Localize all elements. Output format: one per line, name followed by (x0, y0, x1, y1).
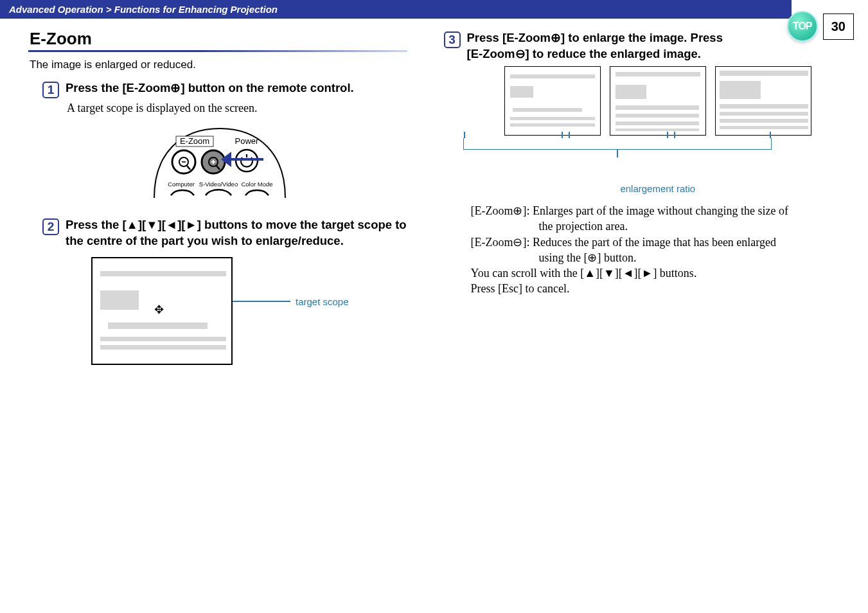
ezoom-label: E-Zoom (180, 136, 209, 146)
section-title: E-Zoom (30, 29, 425, 49)
top-button[interactable]: TOP (787, 11, 818, 42)
step-number-3: 3 (444, 31, 461, 48)
computer-label: Computer (168, 181, 195, 188)
remote-illustration: E-Zoom Power (15, 122, 425, 206)
callout-enlargement-ratio: enlargement ratio (463, 183, 853, 194)
colormode-label: Color Mode (242, 181, 273, 188)
step-number-2: 2 (42, 218, 59, 235)
bracket (463, 138, 853, 161)
callout-target-scope: target scope (296, 296, 349, 307)
step-3-heading: Press [E-Zoom⊕] to enlarge the image. Pr… (467, 30, 723, 62)
section-intro: The image is enlarged or reduced. (30, 58, 425, 71)
step-1-heading: Press the [E-Zoom⊕] button on the remote… (66, 80, 354, 96)
definitions: [E-Zoom⊕]: Enlarges part of the image wi… (471, 203, 853, 297)
svideo-label: S-Video/Video (199, 181, 238, 188)
callout-line (233, 301, 290, 302)
svg-line-3 (187, 166, 190, 170)
target-scope-figure: ✥ target scope (15, 257, 425, 365)
page-number: 30 (823, 13, 854, 40)
breadcrumb: Advanced Operation > Functions for Enhan… (0, 0, 792, 19)
step-1-body: A target scope is displayed on the scree… (67, 101, 425, 116)
step-2-heading: Press the [▲][▼][◄][►] buttons to move t… (66, 217, 425, 249)
zoom-sequence-figure (463, 66, 853, 136)
step-number-1: 1 (42, 82, 59, 98)
crosshair-icon: ✥ (152, 302, 167, 317)
section-rule (28, 50, 407, 52)
power-label: Power (235, 136, 260, 146)
